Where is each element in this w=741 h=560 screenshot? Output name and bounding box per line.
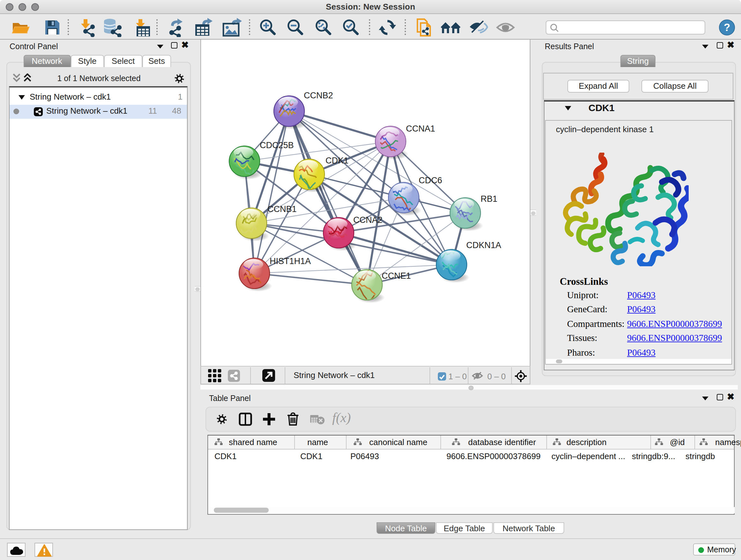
- svg-text:CCNE1: CCNE1: [382, 271, 411, 281]
- svg-text:CCNA2: CCNA2: [353, 215, 383, 225]
- svg-text:?: ?: [724, 21, 730, 33]
- svg-text:CCNA1: CCNA1: [406, 124, 435, 133]
- svg-text:CCNB2: CCNB2: [304, 91, 333, 100]
- svg-text:CDC25B: CDC25B: [260, 140, 294, 150]
- svg-text:HIST1H1A: HIST1H1A: [270, 256, 311, 266]
- svg-text:CDK1: CDK1: [326, 156, 348, 165]
- svg-text:CDC6: CDC6: [419, 176, 442, 185]
- svg-text:CDKN1A: CDKN1A: [466, 240, 501, 250]
- svg-text:CCNB1: CCNB1: [267, 204, 297, 214]
- svg-text:RB1: RB1: [481, 194, 497, 204]
